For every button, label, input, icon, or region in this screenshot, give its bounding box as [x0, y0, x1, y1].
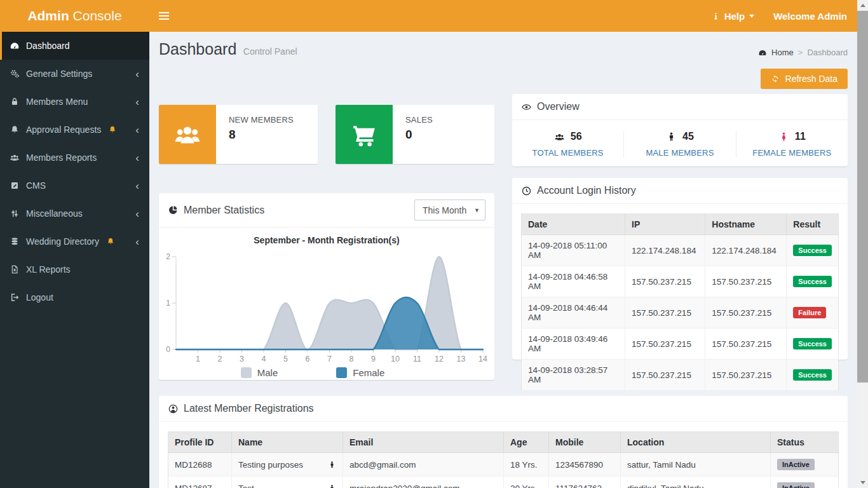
scrollbar-thumb[interactable]: [857, 11, 868, 383]
name-cell-td: Test: [232, 477, 343, 488]
overview-title: Overview: [521, 101, 580, 112]
result-cell: Success: [787, 266, 839, 297]
sidebar: DashboardGeneral Settings‹Members Menu‹A…: [0, 32, 149, 488]
hostname-cell: 157.50.237.215: [705, 360, 787, 391]
overview-value: 45: [682, 131, 694, 142]
person-circle-icon: [168, 403, 179, 414]
svg-text:6: 6: [306, 355, 310, 363]
svg-text:5: 5: [283, 355, 288, 363]
overview-value: 11: [795, 131, 806, 142]
chevron-left-icon: ‹: [135, 236, 139, 247]
female-icon: [778, 132, 789, 142]
logout-icon: [10, 292, 20, 302]
male-icon: [666, 132, 677, 142]
legend-label: Female: [353, 367, 384, 378]
svg-text:1: 1: [166, 299, 170, 308]
eye-icon: [521, 102, 532, 112]
result-cell: Success: [787, 235, 839, 266]
member-name: Testing purposes: [238, 460, 303, 470]
sidebar-item-members-menu[interactable]: Members Menu‹: [0, 88, 149, 116]
welcome-admin-menu[interactable]: Welcome Admin: [773, 11, 847, 22]
svg-text:7: 7: [327, 355, 332, 363]
email-cell: mrajendran2020@gmail.com: [343, 477, 504, 488]
location-cell: dindikul, Tamil Nadu: [621, 477, 771, 488]
sidebar-item-cms[interactable]: CMS‹: [0, 172, 149, 200]
sidebar-item-label: Miscellaneous: [26, 208, 83, 219]
registrations-area-chart: 0121234567891011121314: [161, 247, 492, 366]
member-name: Test: [238, 484, 254, 488]
legend-female: Female: [336, 367, 384, 378]
gears-icon: [10, 69, 20, 79]
status-badge: InActive: [777, 482, 815, 488]
overview-value-row: 45: [624, 131, 735, 142]
email-cell: abcd@gmail.com: [343, 453, 504, 477]
help-menu[interactable]: Help: [712, 11, 755, 22]
users-icon: [554, 132, 565, 142]
date-cell: 14-09-2018 04:46:58 AM: [522, 266, 625, 297]
table-row: MD12688Testing purposesabcd@gmail.com18 …: [168, 453, 839, 477]
registrations-table: Profile IDNameEmailAgeMobileLocationStat…: [168, 431, 839, 488]
date-cell: 14-09-2018 04:46:44 AM: [522, 297, 625, 329]
column-header-result: Result: [787, 214, 839, 235]
sidebar-item-members-reports[interactable]: Members Reports‹: [0, 144, 149, 172]
chart-title: September - Month Registration(s): [159, 235, 494, 245]
scrollbar-up-arrow[interactable]: [857, 0, 868, 11]
chevron-left-icon: ‹: [135, 180, 139, 191]
result-badge: Success: [793, 369, 832, 381]
chevron-left-icon: ‹: [135, 152, 139, 163]
overview-label: TOTAL MEMBERS: [512, 148, 623, 158]
result-badge: Success: [793, 276, 832, 287]
sidebar-toggle-button[interactable]: [159, 0, 184, 32]
stat-label: SALES: [405, 115, 433, 125]
period-select[interactable]: This Month: [414, 200, 485, 220]
breadcrumb-current: Dashboard: [807, 48, 848, 57]
sidebar-item-general-settings[interactable]: General Settings‹: [0, 60, 149, 88]
scrollbar-down-arrow[interactable]: [857, 477, 868, 488]
svg-text:13: 13: [457, 355, 466, 363]
date-cell: 14-09-2018 03:28:57 AM: [522, 360, 625, 391]
result-cell: Success: [787, 329, 839, 360]
legend-label: Male: [257, 367, 278, 378]
sidebar-item-xl-reports[interactable]: XL Reports: [0, 255, 149, 283]
ip-cell: 157.50.237.215: [625, 329, 705, 360]
svg-text:11: 11: [413, 355, 421, 363]
sidebar-item-label: Approval Requests: [26, 125, 101, 135]
latest-registrations-title: Latest Member Registrations: [168, 403, 314, 414]
users-icon: [10, 152, 20, 163]
date-cell: 14-09-2018 05:11:00 AM: [522, 235, 625, 266]
chevron-left-icon: ‹: [135, 69, 139, 79]
chevron-left-icon: ‹: [135, 208, 139, 219]
result-badge: Failure: [793, 307, 826, 318]
app-logo[interactable]: Admin Console: [0, 8, 149, 24]
edit-icon: [10, 180, 20, 191]
sidebar-item-label: XL Reports: [26, 264, 71, 274]
column-header-mobile: Mobile: [549, 432, 621, 453]
name-cell: Test: [238, 484, 336, 488]
table-row: 14-09-2018 03:49:46 AM157.50.237.215157.…: [522, 329, 839, 360]
refresh-data-button[interactable]: Refresh Data: [761, 69, 848, 89]
male-icon: [328, 460, 336, 470]
svg-text:2: 2: [218, 355, 222, 363]
notification-bell-icon: [107, 125, 118, 134]
table-row: 14-09-2018 03:28:57 AM157.50.237.215157.…: [522, 360, 839, 391]
help-label: Help: [724, 11, 745, 22]
refresh-button-label: Refresh Data: [785, 74, 837, 84]
sidebar-item-miscellaneous[interactable]: Miscellaneous‹: [0, 200, 149, 227]
overview-value: 56: [571, 131, 582, 142]
sidebar-item-label: Wedding Directory: [26, 236, 99, 247]
sidebar-item-dashboard[interactable]: Dashboard: [0, 32, 149, 60]
sidebar-item-logout[interactable]: Logout: [0, 283, 149, 311]
svg-text:10: 10: [391, 355, 400, 363]
gauge-icon: [10, 41, 20, 51]
svg-text:3: 3: [240, 355, 244, 363]
chevron-left-icon: ‹: [135, 125, 139, 135]
sidebar-item-approval-requests[interactable]: Approval Requests‹: [0, 116, 149, 144]
breadcrumb-home-link[interactable]: Home: [771, 48, 794, 57]
mobile-cell: 1234567890: [549, 453, 621, 477]
table-row: 14-09-2018 04:46:44 AM157.50.237.215157.…: [522, 297, 839, 329]
svg-text:2: 2: [166, 252, 170, 261]
sidebar-item-label: Members Reports: [26, 152, 97, 163]
result-badge: Success: [793, 338, 832, 349]
breadcrumb: Home > Dashboard: [758, 48, 848, 57]
sidebar-item-wedding-directory[interactable]: Wedding Directory‹: [0, 227, 149, 255]
